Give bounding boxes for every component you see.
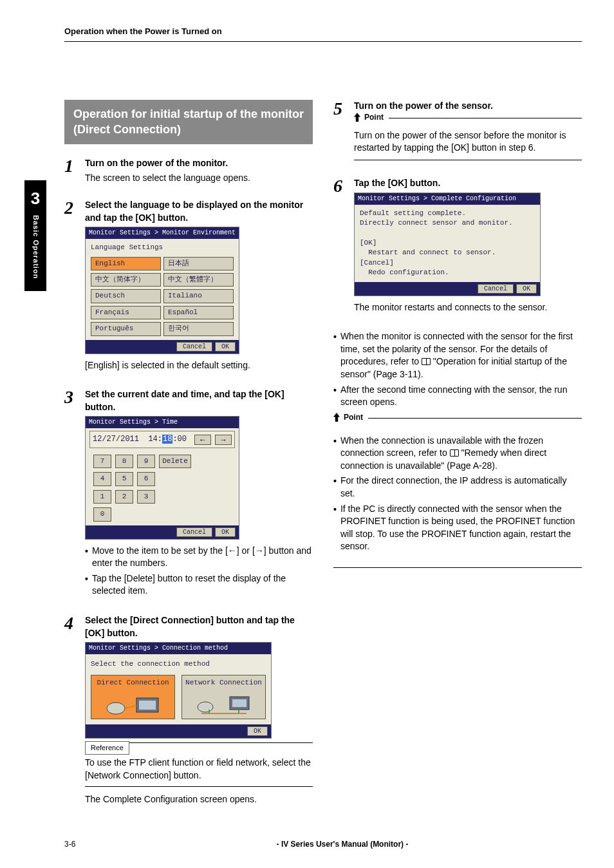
arrow-right-button[interactable]: → xyxy=(215,435,232,445)
step-2-caption: [English] is selected in the default set… xyxy=(85,359,313,372)
network-connection-button[interactable]: Network Connection xyxy=(181,675,266,719)
reference-text: To use the FTP client function or field … xyxy=(85,757,313,782)
time-screen-titlebar: Monitor Settings > Time xyxy=(86,417,239,428)
step-1-title: Turn on the power of the monitor. xyxy=(85,157,313,170)
step-6: 6 Tap the [OK] button. Monitor Settings … xyxy=(333,177,582,323)
chapter-tab: 3 Basic Operation xyxy=(24,180,46,291)
lang-italian[interactable]: Italiano xyxy=(163,289,234,303)
time-ok-button[interactable]: OK xyxy=(215,527,236,537)
section-title: Operation for initial startup of the mon… xyxy=(64,100,313,144)
lang-korean[interactable]: 한국어 xyxy=(163,322,234,335)
final-point-box: Point When the connection is unavailable… xyxy=(333,418,582,568)
time-pre: 14: xyxy=(148,435,162,444)
key-6[interactable]: 6 xyxy=(137,472,155,486)
time-cancel-button[interactable]: Cancel xyxy=(176,527,212,537)
key-3[interactable]: 3 xyxy=(137,490,155,504)
network-connection-icon xyxy=(195,690,253,716)
network-connection-label: Network Connection xyxy=(185,678,263,688)
step-3-number: 3 xyxy=(64,388,79,607)
key-delete[interactable]: Delete xyxy=(159,455,191,468)
step-5: 5 Turn on the power of the sensor. Point… xyxy=(333,100,582,169)
point-label-text: Point xyxy=(364,112,384,123)
after-bullets: When the monitor is connected with the s… xyxy=(333,330,582,409)
key-8[interactable]: 8 xyxy=(115,455,133,468)
arrow-left-button[interactable]: ← xyxy=(194,435,211,445)
complete-config-titlebar: Monitor Settings > Complete Configuratio… xyxy=(355,193,540,205)
language-ok-button[interactable]: OK xyxy=(215,342,236,352)
svg-point-0 xyxy=(107,703,125,714)
lang-german[interactable]: Deutsch xyxy=(91,289,161,303)
step-6-title: Tap the [OK] button. xyxy=(354,177,582,190)
keypad: 7 8 9 Delete 4 5 6 1 2 3 0 xyxy=(86,451,239,525)
connection-heading: Select the connection method xyxy=(91,659,266,669)
complete-ok-button[interactable]: OK xyxy=(516,284,537,294)
page-footer: 3-6 - IV Series User's Manual (Monitor) … xyxy=(64,839,582,850)
step-4-number: 4 xyxy=(64,614,79,812)
book-icon xyxy=(450,449,459,457)
lang-spanish[interactable]: Español xyxy=(163,306,234,319)
key-4[interactable]: 4 xyxy=(93,472,111,486)
chapter-label: Basic Operation xyxy=(30,215,40,279)
after-bullet-2: After the second time connecting with th… xyxy=(340,384,582,409)
lang-japanese[interactable]: 日本語 xyxy=(163,257,234,270)
language-heading: Language Settings xyxy=(91,243,234,252)
page-number: 3-6 xyxy=(64,839,103,850)
step-3-bullet-1: Move to the item to be set by the [←] or… xyxy=(92,545,313,570)
pin-icon xyxy=(333,413,340,422)
step-2-title: Select the language to be displayed on t… xyxy=(85,199,313,224)
step-4-after-text: The Complete Configuration screen opens. xyxy=(85,793,313,806)
step-1: 1 Turn on the power of the monitor. The … xyxy=(64,157,313,191)
connection-screen: Monitor Settings > Connection method Sel… xyxy=(85,642,272,739)
step-5-point-box: Point Turn on the power of the sensor be… xyxy=(354,118,582,160)
svg-point-4 xyxy=(198,702,213,712)
running-head: Operation when the Power is Turned on xyxy=(64,26,582,42)
step-5-number: 5 xyxy=(333,100,348,169)
after-bullet-1: When the monitor is connected with the s… xyxy=(340,330,582,381)
language-cancel-button[interactable]: Cancel xyxy=(176,342,212,352)
lang-french[interactable]: Français xyxy=(91,306,161,319)
step-3-title: Set the current date and time, and tap t… xyxy=(85,388,313,413)
direct-connection-label: Direct Connection xyxy=(94,678,172,688)
key-2[interactable]: 2 xyxy=(115,490,133,504)
language-screen-titlebar: Monitor Settings > Monitor Environment >… xyxy=(86,227,239,239)
time-highlight: 18 xyxy=(162,435,172,444)
key-7[interactable]: 7 xyxy=(93,455,111,468)
right-column: 5 Turn on the power of the sensor. Point… xyxy=(333,100,582,820)
key-1[interactable]: 1 xyxy=(93,490,111,504)
final-point-label-text: Point xyxy=(344,412,363,423)
final-point-bullet-1: When the connection is unavailable with … xyxy=(340,435,582,473)
key-9[interactable]: 9 xyxy=(137,455,155,468)
final-point-label: Point xyxy=(333,412,368,423)
direct-connection-button[interactable]: Direct Connection xyxy=(91,675,175,719)
step-3: 3 Set the current date and time, and tap… xyxy=(64,388,313,607)
svg-rect-2 xyxy=(139,701,156,710)
step-2-number: 2 xyxy=(64,199,79,381)
final-point-bullet-2: For the direct connection, the IP addres… xyxy=(340,475,582,500)
reference-label: Reference xyxy=(85,741,129,755)
final-point-bullets: When the connection is unavailable with … xyxy=(333,435,582,553)
key-5[interactable]: 5 xyxy=(115,472,133,486)
key-0[interactable]: 0 xyxy=(93,507,111,521)
svg-line-3 xyxy=(125,706,136,708)
complete-cancel-button[interactable]: Cancel xyxy=(478,284,514,294)
connection-screen-titlebar: Monitor Settings > Connection method xyxy=(86,643,271,654)
footer-title: - IV Series User's Manual (Monitor) - xyxy=(103,839,582,850)
direct-connection-icon xyxy=(104,690,162,716)
chapter-number: 3 xyxy=(24,187,46,210)
lang-english[interactable]: English xyxy=(91,257,161,270)
lang-chinese-traditional[interactable]: 中文（繁體字） xyxy=(163,273,234,287)
step-5-title: Turn on the power of the sensor. xyxy=(354,100,582,113)
step-5-point-text: Turn on the power of the sensor before t… xyxy=(354,129,582,155)
step-3-bullets: Move to the item to be set by the [←] or… xyxy=(85,545,313,598)
complete-config-message: Default setting complete. Directly conne… xyxy=(355,205,540,282)
book-icon xyxy=(422,358,431,365)
connection-ok-button[interactable]: OK xyxy=(247,726,268,736)
language-screen: Monitor Settings > Monitor Environment >… xyxy=(85,227,239,354)
step-6-number: 6 xyxy=(333,177,348,323)
reference-box: Reference To use the FTP client function… xyxy=(85,742,313,787)
lang-portuguese[interactable]: Português xyxy=(91,322,161,335)
time-value: 12/27/2011 14:18:00 xyxy=(93,434,187,445)
date-part: 12/27/2011 xyxy=(93,435,139,444)
lang-chinese-simplified[interactable]: 中文（简体字） xyxy=(91,273,161,287)
left-column: Operation for initial startup of the mon… xyxy=(64,100,313,820)
